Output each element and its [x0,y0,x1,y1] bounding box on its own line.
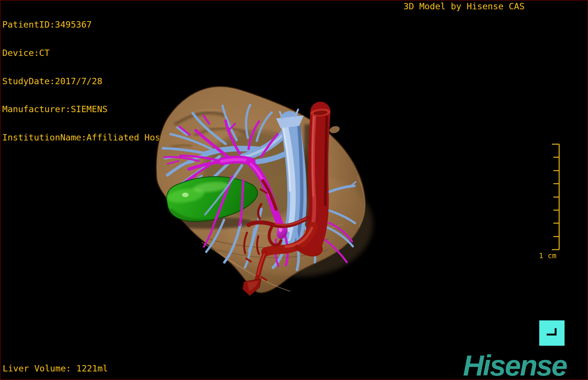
patient-id-text: PatientID:3495367 [2,20,297,29]
scale-ruler: 1 cm [537,139,570,262]
hisense-logo: Hisense [463,349,566,380]
ruler-label: 1 cm [539,251,556,260]
viewer-3d-viewport[interactable]: PatientID:3495367 Device:CT StudyDate:20… [0,0,588,380]
corner-bracket-icon[interactable] [539,320,565,346]
watermark-text: 3D Model by Hisense CAS [403,2,524,11]
device-text: Device:CT [2,48,297,58]
liver-volume-text: Liver Volume: 1221ml [3,364,108,373]
corner-bracket-glyph [539,320,565,346]
liver-3d-model[interactable] [138,64,392,317]
ruler-ticks [552,144,559,250]
